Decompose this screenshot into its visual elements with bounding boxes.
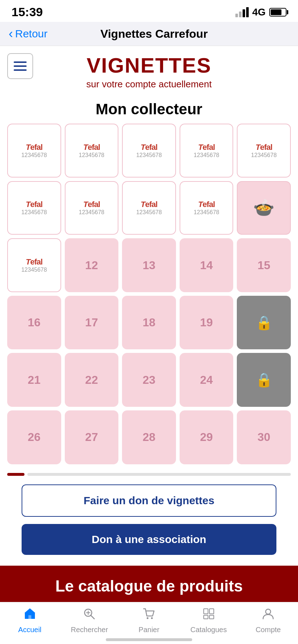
tefal-code: 12345678 xyxy=(194,152,219,158)
grid-cell[interactable]: 🔒 xyxy=(237,296,291,350)
tefal-brand: Tefal xyxy=(141,143,157,152)
cell-number: 14 xyxy=(200,259,213,272)
grid-cell[interactable]: 24 xyxy=(180,353,234,407)
svg-rect-9 xyxy=(209,609,214,614)
tab-accueil-label: Accueil xyxy=(18,626,41,634)
svg-point-6 xyxy=(146,617,148,619)
cell-number: 27 xyxy=(85,431,98,444)
grid-cell[interactable]: 16 xyxy=(7,296,61,350)
grid-cell[interactable]: 🔒 xyxy=(237,353,291,407)
cell-number: 13 xyxy=(143,259,155,272)
donate-vignettes-button[interactable]: Faire un don de vignettes xyxy=(22,484,276,517)
cell-number: 12 xyxy=(85,259,98,272)
cell-number: 28 xyxy=(143,431,155,444)
tefal-code: 12345678 xyxy=(79,209,104,216)
action-buttons: Faire un don de vignettes Don à une asso… xyxy=(0,484,298,566)
cell-number: 15 xyxy=(257,259,270,272)
tefal-brand: Tefal xyxy=(256,143,272,152)
tefal-brand: Tefal xyxy=(198,200,215,209)
grid-cell[interactable]: 17 xyxy=(65,296,119,350)
status-time: 15:39 xyxy=(12,5,43,19)
grid-cell[interactable]: Tefal 12345678 xyxy=(180,181,234,235)
tefal-brand: Tefal xyxy=(26,257,42,267)
cell-number: 19 xyxy=(200,316,213,329)
hamburger-icon-line xyxy=(14,61,27,63)
tab-compte-label: Compte xyxy=(256,626,281,634)
grid-cell[interactable]: 22 xyxy=(65,353,119,407)
grid-cell[interactable]: 15 xyxy=(237,238,291,292)
svg-rect-11 xyxy=(209,615,214,619)
tefal-brand: Tefal xyxy=(141,200,157,209)
grid-cell[interactable]: 29 xyxy=(180,410,234,464)
tab-catalogues-label: Catalogues xyxy=(190,626,227,634)
network-label: 4G xyxy=(252,6,266,18)
home-icon xyxy=(23,607,36,624)
grid-cell[interactable]: Tefal 12345678 xyxy=(180,124,234,178)
grid-cell[interactable]: 27 xyxy=(65,410,119,464)
grid-cell[interactable]: Tefal 12345678 xyxy=(122,124,176,178)
back-label: Retour xyxy=(15,28,48,40)
grid-cell[interactable]: Tefal 12345678 xyxy=(122,181,176,235)
grid-cell[interactable]: 14 xyxy=(180,238,234,292)
hamburger-icon-line xyxy=(14,65,27,67)
catalogue-title: Le catalogue de produits xyxy=(7,577,291,595)
grid-cell[interactable]: 19 xyxy=(180,296,234,350)
battery-fill xyxy=(271,9,281,15)
account-icon xyxy=(262,607,275,624)
collector-title: Mon collecteur xyxy=(0,93,298,124)
cell-number: 22 xyxy=(85,373,98,387)
grid-cell[interactable]: 18 xyxy=(122,296,176,350)
collector-grid: Tefal 12345678 Tefal 12345678 Tefal 1234… xyxy=(0,124,298,464)
grid-cell[interactable]: Tefal 12345678 xyxy=(237,124,291,178)
product-icon: 🍲 xyxy=(253,198,275,218)
chevron-left-icon: ‹ xyxy=(9,26,13,41)
pagination xyxy=(0,464,298,484)
tefal-code: 12345678 xyxy=(194,209,219,216)
tefal-code: 12345678 xyxy=(136,209,162,216)
grid-cell[interactable]: 30 xyxy=(237,410,291,464)
svg-point-7 xyxy=(151,617,153,619)
battery-icon xyxy=(269,8,286,17)
tab-accueil[interactable]: Accueil xyxy=(0,607,60,634)
grid-cell[interactable]: Tefal 12345678 xyxy=(7,181,61,235)
tab-catalogues[interactable]: Catalogues xyxy=(179,607,239,634)
tab-rechercher[interactable]: Rechercher xyxy=(60,607,119,634)
tefal-code: 12345678 xyxy=(79,152,104,158)
grid-cell[interactable]: 23 xyxy=(122,353,176,407)
grid-cell[interactable]: Tefal 12345678 xyxy=(7,238,61,292)
home-indicator xyxy=(106,638,192,641)
grid-cell[interactable]: Tefal 12345678 xyxy=(7,124,61,178)
cart-icon xyxy=(143,607,155,624)
vignettes-title: VIGNETTES xyxy=(7,53,291,77)
signal-icon xyxy=(235,7,249,17)
svg-rect-1 xyxy=(28,615,31,619)
tab-panier[interactable]: Panier xyxy=(119,607,179,634)
main-scroll: VIGNETTES sur votre compte actuellement … xyxy=(0,46,298,644)
grid-cell[interactable]: Tefal 12345678 xyxy=(65,181,119,235)
search-icon xyxy=(83,607,96,624)
grid-cell[interactable]: 12 xyxy=(65,238,119,292)
menu-button[interactable] xyxy=(7,53,33,79)
grid-cell[interactable]: 26 xyxy=(7,410,61,464)
header-section: VIGNETTES sur votre compte actuellement xyxy=(0,46,298,93)
catalogue-header: Le catalogue de produits xyxy=(0,566,298,607)
cell-number: 23 xyxy=(143,373,155,387)
grid-cell[interactable]: 13 xyxy=(122,238,176,292)
grid-cell[interactable]: 28 xyxy=(122,410,176,464)
cell-number: 26 xyxy=(28,431,41,444)
donate-association-button[interactable]: Don à une association xyxy=(22,524,276,555)
tab-compte[interactable]: Compte xyxy=(238,607,298,634)
nav-title: Vignettes Carrefour xyxy=(48,27,261,41)
cell-number: 30 xyxy=(257,431,270,444)
tefal-brand: Tefal xyxy=(26,200,42,209)
back-button[interactable]: ‹ Retour xyxy=(9,26,48,41)
grid-cell[interactable]: 21 xyxy=(7,353,61,407)
svg-rect-10 xyxy=(204,615,208,619)
grid-cell[interactable]: 🍲 xyxy=(237,181,291,235)
cell-number: 16 xyxy=(28,316,41,329)
vignettes-subtitle: sur votre compte actuellement xyxy=(7,79,291,90)
tefal-code: 12345678 xyxy=(136,152,162,158)
tefal-code: 12345678 xyxy=(251,152,277,158)
grid-cell[interactable]: Tefal 12345678 xyxy=(65,124,119,178)
tab-bar: Accueil Rechercher Panier xyxy=(0,602,298,644)
